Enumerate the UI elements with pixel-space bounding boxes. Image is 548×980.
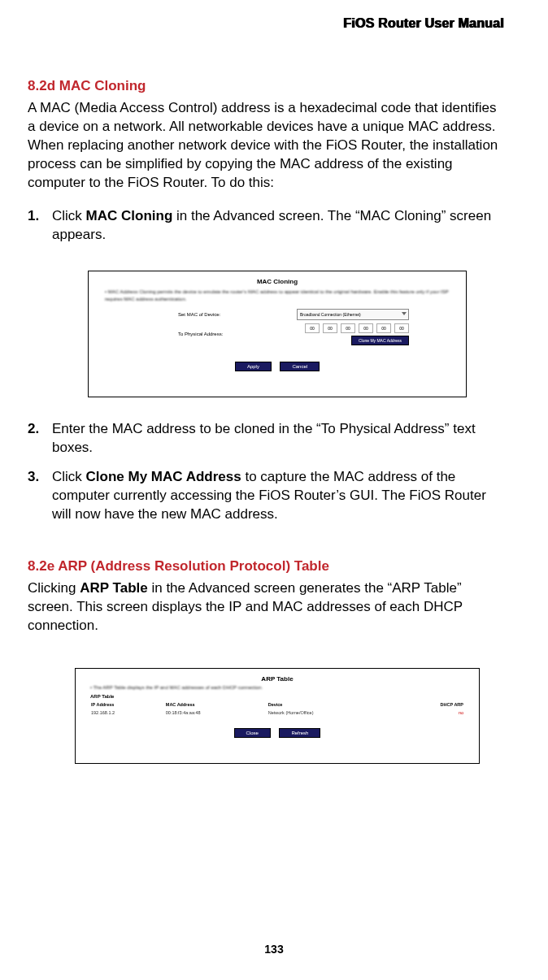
cancel-button[interactable]: Cancel bbox=[280, 362, 320, 371]
step-3: 3. Click Clone My MAC Address to capture… bbox=[28, 468, 504, 524]
table-header-row: IP Address MAC Address Device DHCP ARP bbox=[88, 700, 467, 709]
step-2: 2. Enter the MAC address to be cloned in… bbox=[28, 420, 504, 457]
fig1-device-select[interactable]: Broadband Connection (Ethernet) bbox=[297, 309, 409, 320]
step-text-bold: Clone My MAC Address bbox=[86, 469, 241, 484]
fig1-title: MAC Cloning bbox=[89, 278, 466, 285]
fig2-title: ARP Table bbox=[76, 675, 479, 683]
refresh-button[interactable]: Refresh bbox=[279, 728, 320, 738]
figure-mac-cloning: MAC Cloning • MAC Address Cloning permit… bbox=[88, 271, 467, 397]
col-device: Device bbox=[265, 700, 394, 709]
figure-arp-table: ARP Table • The ARP Table displays the I… bbox=[75, 668, 480, 764]
fig1-row2: To Physical Address: 00 00 00 00 00 00 C… bbox=[89, 322, 466, 347]
running-header: FiOS Router User Manual bbox=[28, 16, 504, 31]
step-number: 1. bbox=[28, 207, 39, 226]
fig2-label: ARP Table bbox=[76, 694, 479, 699]
col-mac: MAC Address bbox=[163, 700, 265, 709]
section-heading-arp: 8.2e ARP (Address Resolution Protocol) T… bbox=[28, 558, 504, 575]
col-dhcp: DHCP ARP bbox=[394, 700, 467, 709]
table-row: 192.168.1.2 00:18:f3:4a:aa:48 Network (H… bbox=[88, 709, 467, 717]
col-ip: IP Address bbox=[88, 700, 163, 709]
fig1-note: • MAC Address Cloning permits the device… bbox=[89, 285, 466, 307]
step-number: 2. bbox=[28, 420, 39, 439]
fig1-row2-label: To Physical Address: bbox=[178, 332, 223, 336]
fig1-row1: Set MAC of Device: Broadband Connection … bbox=[89, 307, 466, 322]
step-text-bold: MAC Cloning bbox=[86, 208, 173, 223]
section1-intro: A MAC (Media Access Control) address is … bbox=[28, 99, 504, 193]
step-number: 3. bbox=[28, 468, 39, 487]
fig1-buttons: Apply Cancel bbox=[89, 357, 466, 371]
step-1: 1. Click MAC Cloning in the Advanced scr… bbox=[28, 207, 504, 245]
page-number: 133 bbox=[0, 943, 548, 956]
step-text-pre: Click bbox=[52, 208, 86, 223]
steps-list: 1. Click MAC Cloning in the Advanced scr… bbox=[28, 207, 504, 245]
fig1-row1-label: Set MAC of Device: bbox=[178, 312, 220, 317]
close-button[interactable]: Close bbox=[234, 728, 271, 738]
arp-table: IP Address MAC Address Device DHCP ARP 1… bbox=[88, 700, 467, 717]
fig2-buttons: Close Refresh bbox=[76, 723, 479, 738]
section-heading-mac-cloning: 8.2d MAC Cloning bbox=[28, 78, 504, 94]
steps-list-cont: 2. Enter the MAC address to be cloned in… bbox=[28, 420, 504, 525]
step-text-pre: Click bbox=[52, 469, 86, 484]
fig1-mac-inputs[interactable]: 00 00 00 00 00 00 bbox=[305, 323, 409, 333]
apply-button[interactable]: Apply bbox=[235, 362, 272, 371]
section2-intro: Clicking ARP Table in the Advanced scree… bbox=[28, 579, 504, 635]
document-page: FiOS Router User Manual 8.2d MAC Cloning… bbox=[0, 0, 548, 980]
clone-mac-button[interactable]: Clone My MAC Address bbox=[351, 336, 409, 345]
step-text: Enter the MAC address to be cloned in th… bbox=[52, 421, 476, 455]
fig2-note: • The ARP Table displays the IP and MAC … bbox=[76, 683, 479, 694]
